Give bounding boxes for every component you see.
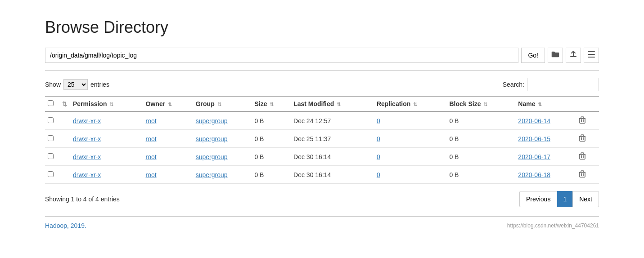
select-all-checkbox[interactable] — [48, 100, 54, 106]
go-button[interactable]: Go! — [521, 48, 545, 63]
row-checkbox-3[interactable] — [48, 171, 54, 177]
replication-link-2[interactable]: 0 — [377, 153, 380, 160]
name-link-3[interactable]: 2020-06-18 — [518, 171, 550, 178]
table-row: drwxr-xr-x root supergroup 0 B Dec 30 16… — [45, 166, 599, 184]
col-header-replication[interactable]: Replication ⇅ — [374, 96, 447, 111]
col-header-actions — [575, 96, 599, 111]
row-replication-3: 0 — [374, 166, 447, 184]
row-replication-0: 0 — [374, 111, 447, 130]
footer-bottom: Hadoop, 2019. https://blog.csdn.net/weix… — [45, 222, 599, 229]
row-block-size-3: 0 B — [446, 166, 515, 184]
row-last-modified-1: Dec 25 11:37 — [291, 130, 374, 148]
group-link-1[interactable]: supergroup — [196, 135, 228, 142]
name-link-1[interactable]: 2020-06-15 — [518, 135, 550, 142]
upload-icon-button[interactable] — [566, 48, 581, 63]
replication-link-3[interactable]: 0 — [377, 171, 380, 178]
svg-rect-6 — [580, 172, 585, 177]
row-size-2: 0 B — [252, 148, 291, 166]
svg-rect-3 — [580, 118, 585, 123]
name-link-0[interactable]: 2020-06-14 — [518, 117, 550, 125]
row-checkbox-0[interactable] — [48, 117, 54, 123]
search-input[interactable] — [527, 78, 599, 91]
owner-link-3[interactable]: root — [146, 171, 157, 178]
row-index-2 — [59, 148, 70, 166]
previous-button[interactable]: Previous — [519, 191, 557, 207]
row-name-1: 2020-06-15 — [515, 130, 575, 148]
row-size-3: 0 B — [252, 166, 291, 184]
row-permission-1: drwxr-xr-x — [70, 130, 143, 148]
footer-link[interactable]: Hadoop, 2019. — [45, 222, 86, 229]
search-label: Search: — [503, 81, 524, 88]
entries-label: entries — [90, 81, 109, 88]
col-header-group[interactable]: Group ⇅ — [193, 96, 252, 111]
delete-button-0[interactable] — [577, 116, 587, 126]
row-group-3: supergroup — [193, 166, 252, 184]
permission-link-0[interactable]: drwxr-xr-x — [73, 117, 101, 125]
delete-button-2[interactable] — [577, 151, 587, 162]
list-icon-button[interactable] — [584, 48, 599, 63]
col-header-name[interactable]: Name ⇅ — [515, 96, 575, 111]
showing-text: Showing 1 to 4 of 4 entries — [45, 196, 120, 203]
folder-icon-button[interactable] — [548, 48, 563, 63]
row-last-modified-0: Dec 24 12:57 — [291, 111, 374, 130]
directory-table: ⇅ Permission ⇅ Owner ⇅ Group ⇅ Size ⇅ — [45, 96, 599, 184]
row-checkbox-1[interactable] — [48, 135, 54, 141]
permission-link-3[interactable]: drwxr-xr-x — [73, 171, 101, 178]
divider — [45, 216, 599, 217]
row-owner-2: root — [143, 148, 193, 166]
row-owner-3: root — [143, 166, 193, 184]
row-checkbox-cell — [45, 130, 59, 148]
permission-link-1[interactable]: drwxr-xr-x — [73, 135, 101, 142]
row-delete-2 — [575, 148, 599, 166]
svg-rect-1 — [588, 54, 595, 55]
group-link-2[interactable]: supergroup — [196, 153, 228, 160]
entries-select[interactable]: 10 25 50 100 — [63, 79, 88, 90]
footer-row: Showing 1 to 4 of 4 entries Previous 1 N… — [45, 189, 599, 207]
row-name-0: 2020-06-14 — [515, 111, 575, 130]
permission-link-2[interactable]: drwxr-xr-x — [73, 153, 101, 160]
col-header-permission[interactable]: Permission ⇅ — [70, 96, 143, 111]
path-input[interactable] — [45, 48, 518, 63]
col-header-last-modified[interactable]: Last Modified ⇅ — [291, 96, 374, 111]
replication-link-0[interactable]: 0 — [377, 117, 380, 125]
name-link-2[interactable]: 2020-06-17 — [518, 153, 550, 160]
next-button[interactable]: Next — [572, 191, 599, 207]
group-link-3[interactable]: supergroup — [196, 171, 228, 178]
row-owner-1: root — [143, 130, 193, 148]
row-index-1 — [59, 130, 70, 148]
row-block-size-0: 0 B — [446, 111, 515, 130]
last-modified-sort-icon: ⇅ — [337, 102, 341, 107]
row-delete-3 — [575, 166, 599, 184]
row-checkbox-cell — [45, 148, 59, 166]
owner-link-2[interactable]: root — [146, 153, 157, 160]
row-permission-0: drwxr-xr-x — [70, 111, 143, 130]
delete-button-3[interactable] — [577, 169, 587, 180]
row-name-3: 2020-06-18 — [515, 166, 575, 184]
group-link-0[interactable]: supergroup — [196, 117, 228, 125]
svg-rect-5 — [580, 154, 585, 159]
row-last-modified-2: Dec 30 16:14 — [291, 148, 374, 166]
name-sort-icon: ⇅ — [538, 102, 542, 107]
col-header-block-size[interactable]: Block Size ⇅ — [446, 96, 515, 111]
col-header-owner[interactable]: Owner ⇅ — [143, 96, 193, 111]
controls-row: Show 10 25 50 100 entries Search: — [45, 78, 599, 91]
row-delete-0 — [575, 111, 599, 130]
upload-icon — [570, 51, 577, 60]
list-icon — [588, 51, 595, 59]
page-title: Browse Directory — [45, 18, 599, 37]
row-permission-3: drwxr-xr-x — [70, 166, 143, 184]
row-index-0 — [59, 111, 70, 130]
table-row: drwxr-xr-x root supergroup 0 B Dec 24 12… — [45, 111, 599, 130]
row-checkbox-cell — [45, 166, 59, 184]
row-checkbox-2[interactable] — [48, 153, 54, 159]
owner-link-1[interactable]: root — [146, 135, 157, 142]
select-all-header — [45, 96, 59, 111]
footer-url: https://blog.csdn.net/weixin_44704261 — [507, 222, 599, 229]
row-size-0: 0 B — [252, 111, 291, 130]
col-header-size[interactable]: Size ⇅ — [252, 96, 291, 111]
owner-link-0[interactable]: root — [146, 117, 157, 125]
folder-icon — [551, 51, 559, 60]
row-permission-2: drwxr-xr-x — [70, 148, 143, 166]
replication-link-1[interactable]: 0 — [377, 135, 380, 142]
delete-button-1[interactable] — [577, 133, 587, 144]
